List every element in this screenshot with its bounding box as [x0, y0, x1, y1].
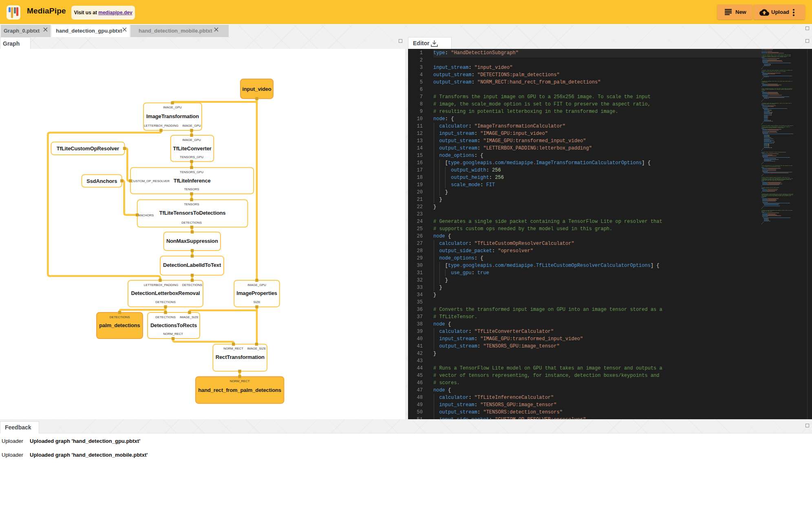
- svg-text:IMAGE_SIZE: IMAGE_SIZE: [180, 315, 199, 319]
- svg-text:RectTransformation: RectTransformation: [216, 354, 265, 360]
- svg-text:IMAGE_GPU: IMAGE_GPU: [247, 283, 266, 287]
- svg-text:IMAGE_SIZE: IMAGE_SIZE: [247, 347, 266, 350]
- svg-text:CUSTOM_OP_RESOLVER: CUSTOM_OP_RESOLVER: [131, 179, 170, 183]
- svg-text:DETECTIONS: DETECTIONS: [155, 300, 176, 304]
- svg-text:TfLiteCustomOpResolver: TfLiteCustomOpResolver: [57, 145, 119, 152]
- svg-text:SsdAnchors: SsdAnchors: [86, 178, 117, 184]
- svg-text:IMAGE_GPU: IMAGE_GPU: [182, 124, 201, 128]
- svg-text:TfLiteConverter: TfLiteConverter: [173, 145, 212, 152]
- svg-text:palm_detections: palm_detections: [99, 322, 140, 328]
- svg-text:TENSORS_GPU: TENSORS_GPU: [180, 155, 203, 159]
- svg-text:DETECTIONS: DETECTIONS: [181, 221, 202, 224]
- svg-text:NORM_RECT: NORM_RECT: [163, 332, 183, 336]
- svg-text:TfLiteInference: TfLiteInference: [174, 178, 211, 184]
- svg-text:IMAGE_GPU: IMAGE_GPU: [182, 138, 201, 142]
- svg-text:ImageProperties: ImageProperties: [236, 290, 277, 296]
- svg-text:hand_rect_from_palm_detections: hand_rect_from_palm_detections: [198, 387, 281, 393]
- svg-text:NORM_RECT: NORM_RECT: [230, 379, 250, 383]
- svg-text:TENSORS: TENSORS: [184, 202, 199, 206]
- svg-text:SIZE: SIZE: [253, 300, 260, 304]
- svg-text:input_video: input_video: [242, 86, 271, 92]
- svg-text:ImageTransformation: ImageTransformation: [146, 113, 199, 119]
- svg-text:TENSORS: TENSORS: [184, 187, 199, 191]
- svg-text:DetectionLabelIdToText: DetectionLabelIdToText: [163, 262, 221, 268]
- svg-text:IMAGE_GPU: IMAGE_GPU: [163, 106, 182, 109]
- svg-text:DETECTIONS: DETECTIONS: [110, 315, 130, 319]
- svg-text:ANCHORS: ANCHORS: [138, 213, 154, 217]
- svg-text:NORM_RECT: NORM_RECT: [223, 347, 243, 350]
- svg-text:DETECTIONS: DETECTIONS: [155, 315, 176, 319]
- svg-text:DetectionLetterboxRemoval: DetectionLetterboxRemoval: [131, 290, 200, 296]
- svg-text:TENSORS_GPU: TENSORS_GPU: [180, 170, 203, 174]
- svg-text:LETTERBOX_PADDING: LETTERBOX_PADDING: [144, 124, 178, 128]
- svg-text:DetectionsToRects: DetectionsToRects: [150, 322, 197, 328]
- svg-text:DETECTIONS: DETECTIONS: [182, 283, 203, 287]
- svg-text:LETTERBOX_PADDING: LETTERBOX_PADDING: [144, 283, 178, 287]
- svg-text:TfLiteTensorsToDetections: TfLiteTensorsToDetections: [159, 210, 226, 216]
- svg-text:NonMaxSuppression: NonMaxSuppression: [166, 238, 218, 244]
